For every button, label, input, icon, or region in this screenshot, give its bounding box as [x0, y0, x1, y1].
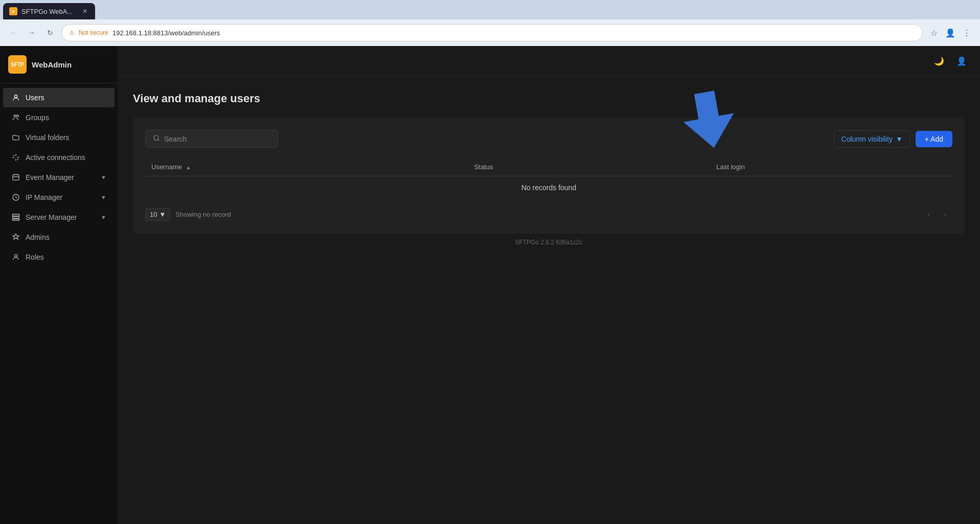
next-page-icon: › — [944, 210, 947, 218]
prev-page-icon: ‹ — [928, 210, 930, 218]
bookmark-button[interactable]: ☆ — [927, 26, 941, 40]
sidebar-item-roles-label: Roles — [26, 253, 106, 261]
sidebar-title: WebAdmin — [32, 60, 72, 69]
prev-page-button[interactable]: ‹ — [922, 207, 936, 221]
col-status: Status — [468, 158, 711, 176]
server-manager-arrow: ▼ — [101, 214, 106, 220]
sidebar-item-groups-label: Groups — [26, 113, 106, 122]
active-connections-icon — [11, 153, 20, 162]
sidebar-item-ip-manager-label: IP Manager — [26, 193, 96, 201]
forward-button[interactable]: → — [25, 26, 39, 40]
column-visibility-label: Column visibility — [841, 135, 893, 143]
svg-rect-16 — [12, 219, 19, 220]
add-label: + Add — [925, 135, 943, 143]
tab-favicon: S — [9, 7, 17, 15]
server-manager-icon — [11, 213, 20, 222]
browser-tab[interactable]: S SFTPGo WebA... ✕ — [3, 3, 95, 19]
no-records-message: No records found — [145, 176, 952, 199]
search-input[interactable] — [164, 135, 270, 143]
sidebar-item-admins[interactable]: Admins — [3, 227, 115, 247]
per-page-value: 10 — [150, 211, 157, 218]
browser-right-icons: ☆ 👤 ⋮ — [927, 26, 974, 40]
sidebar-item-users[interactable]: Users — [3, 88, 115, 107]
svg-point-18 — [154, 135, 158, 140]
event-manager-icon — [11, 173, 20, 182]
sort-icon-username: ▲ — [186, 165, 191, 170]
content-card: Column visibility ▼ + Add Username — [133, 118, 965, 234]
admins-icon — [11, 233, 20, 242]
sidebar-item-virtual-folders-label: Virtual folders — [26, 133, 106, 142]
empty-row: No records found — [145, 176, 952, 199]
svg-point-2 — [16, 115, 18, 117]
table-header: Username ▲ Status Last login — [145, 158, 952, 176]
address-text: 192.168.1.18:8813/web/admin/users — [112, 29, 220, 37]
profile-button[interactable]: 👤 — [943, 26, 958, 40]
browser-toolbar: ← → ↻ ⚠ Not secure 192.168.1.18:8813/web… — [0, 19, 980, 46]
sidebar-item-roles[interactable]: Roles — [3, 247, 115, 267]
svg-rect-15 — [12, 217, 19, 218]
ip-manager-arrow: ▼ — [101, 194, 106, 200]
browser-chrome: S SFTPGo WebA... ✕ ← → ↻ ⚠ Not secure 19… — [0, 0, 980, 46]
svg-line-6 — [17, 159, 18, 160]
ip-manager-icon — [11, 193, 20, 202]
sidebar-item-server-manager[interactable]: Server Manager ▼ — [3, 208, 115, 227]
app-layout: SFTP WebAdmin Users Groups — [0, 46, 980, 524]
main-header: 🌙 👤 — [118, 46, 980, 77]
sidebar-nav: Users Groups Virtual folders — [0, 83, 118, 524]
svg-point-0 — [14, 95, 17, 98]
toolbar-right: Column visibility ▼ + Add — [834, 130, 952, 148]
main-content-wrapper: 🌙 👤 View and manage users Colu — [118, 46, 980, 524]
table-header-row: Username ▲ Status Last login — [145, 158, 952, 176]
page-title: View and manage users — [133, 92, 965, 105]
event-manager-arrow: ▼ — [101, 174, 106, 180]
address-bar[interactable]: ⚠ Not secure 192.168.1.18:8813/web/admin… — [61, 24, 923, 41]
per-page-select[interactable]: 10 ▼ — [145, 208, 170, 221]
pagination: ‹ › — [922, 207, 952, 221]
data-table: Username ▲ Status Last login — [145, 158, 952, 199]
search-box[interactable] — [145, 130, 278, 148]
svg-rect-14 — [12, 214, 19, 216]
col-username[interactable]: Username ▲ — [145, 158, 468, 176]
sidebar-item-users-label: Users — [26, 94, 106, 102]
users-icon — [11, 93, 20, 102]
svg-line-19 — [158, 140, 159, 141]
table-body: No records found — [145, 176, 952, 199]
main-body: View and manage users Column visibility … — [118, 77, 980, 524]
col-last-login: Last login — [710, 158, 952, 176]
column-visibility-arrow: ▼ — [896, 135, 903, 143]
virtual-folders-icon — [11, 133, 20, 142]
browser-tab-bar: S SFTPGo WebA... ✕ — [0, 0, 980, 19]
back-button[interactable]: ← — [6, 26, 20, 40]
app-footer: SFTPGo 2.6.2 636a1c2c — [133, 234, 965, 251]
theme-toggle-button[interactable]: 🌙 — [931, 53, 947, 70]
groups-icon — [11, 113, 20, 122]
sidebar-item-event-manager-label: Event Manager — [26, 173, 96, 181]
svg-point-17 — [14, 255, 17, 257]
sidebar-item-admins-label: Admins — [26, 233, 106, 241]
sidebar-item-active-connections[interactable]: Active connections — [3, 148, 115, 167]
sidebar-item-active-connections-label: Active connections — [26, 153, 106, 162]
user-profile-button[interactable]: 👤 — [953, 53, 970, 70]
col-status-label: Status — [474, 163, 493, 171]
next-page-button[interactable]: › — [938, 207, 952, 221]
sidebar: SFTP WebAdmin Users Groups — [0, 46, 118, 524]
logo-text: SFTP — [11, 62, 24, 67]
svg-rect-9 — [13, 175, 19, 180]
search-icon — [153, 134, 160, 143]
svg-point-1 — [14, 115, 16, 117]
add-button[interactable]: + Add — [916, 131, 952, 147]
sidebar-item-event-manager[interactable]: Event Manager ▼ — [3, 168, 115, 187]
more-button[interactable]: ⋮ — [960, 26, 974, 40]
sidebar-item-virtual-folders[interactable]: Virtual folders — [3, 128, 115, 147]
version-text: SFTPGo 2.6.2 636a1c2c — [515, 239, 582, 246]
column-visibility-button[interactable]: Column visibility ▼ — [834, 130, 910, 148]
roles-icon — [11, 253, 20, 262]
col-username-label: Username — [151, 163, 182, 171]
tab-title: SFTPGo WebA... — [21, 8, 77, 15]
sidebar-item-ip-manager[interactable]: IP Manager ▼ — [3, 188, 115, 207]
sidebar-logo: SFTP — [8, 55, 27, 74]
reload-button[interactable]: ↻ — [43, 26, 57, 40]
sidebar-item-groups[interactable]: Groups — [3, 108, 115, 127]
tab-close-button[interactable]: ✕ — [81, 7, 89, 15]
svg-line-5 — [13, 155, 14, 156]
